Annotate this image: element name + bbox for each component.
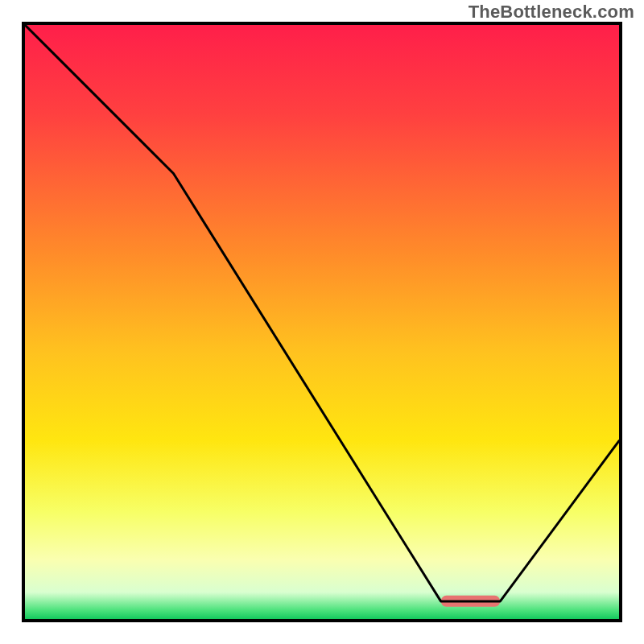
bottleneck-chart: TheBottleneck.com (0, 0, 644, 644)
chart-canvas (0, 0, 644, 644)
